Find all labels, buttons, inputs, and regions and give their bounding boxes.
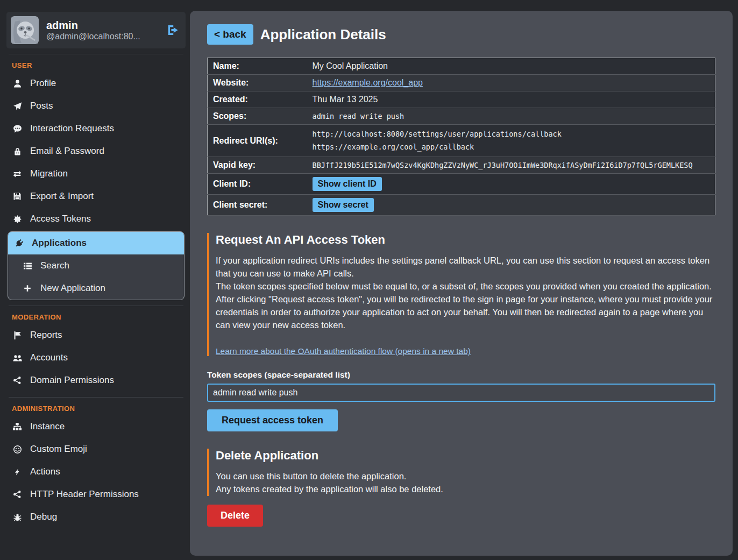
sidebar-item-label: Migration bbox=[30, 168, 68, 179]
show-secret-button[interactable]: Show secret bbox=[313, 198, 374, 212]
sidebar-item-access-tokens[interactable]: Access Tokens bbox=[6, 208, 186, 230]
sidebar-item-reports[interactable]: Reports bbox=[6, 324, 186, 346]
share-nodes-icon bbox=[12, 490, 23, 499]
application-details-table: Name: My Cool Application Website: https… bbox=[207, 58, 715, 216]
table-row: Website: https://example.org/cool_app bbox=[208, 75, 715, 91]
token-section-paragraph: The token scopes specified below must be… bbox=[216, 280, 715, 293]
smiley-icon bbox=[12, 445, 23, 454]
token-scopes-input[interactable] bbox=[207, 384, 715, 402]
delete-section-paragraph: Any tokens created by the application wi… bbox=[216, 483, 715, 496]
created-value: Thu Mar 13 2025 bbox=[307, 91, 715, 108]
sidebar-item-label: HTTP Header Permissions bbox=[30, 489, 139, 500]
row-label: Name: bbox=[208, 58, 307, 75]
row-label: Client secret: bbox=[208, 195, 307, 216]
floppy-disk-icon bbox=[12, 192, 23, 201]
applications-group: Applications Search New Application bbox=[8, 231, 184, 300]
share-nodes-icon bbox=[12, 376, 23, 385]
sitemap-icon bbox=[12, 422, 23, 431]
sidebar-item-label: Instance bbox=[30, 421, 65, 432]
sign-out-icon[interactable] bbox=[165, 23, 180, 38]
oauth-docs-link[interactable]: Learn more about the OAuth authenticatio… bbox=[216, 346, 471, 356]
redirect-uri-2: https://example.org/cool_app/callback bbox=[313, 141, 710, 154]
user-icon bbox=[12, 79, 23, 88]
sidebar: admin @admin@localhost:80... USER Profil… bbox=[0, 0, 190, 560]
page-header: < back Application Details bbox=[207, 24, 715, 45]
scopes-value: admin read write push bbox=[307, 108, 715, 125]
exchange-arrows-icon bbox=[12, 169, 23, 179]
bolt-icon bbox=[12, 467, 23, 477]
sidebar-item-email-password[interactable]: Email & Password bbox=[6, 140, 186, 162]
row-label: Created: bbox=[208, 91, 307, 108]
section-label-moderation: MODERATION bbox=[12, 313, 180, 321]
sidebar-item-label: Custom Emoji bbox=[30, 444, 87, 455]
sidebar-item-applications[interactable]: Applications bbox=[8, 232, 184, 254]
sidebar-item-profile[interactable]: Profile bbox=[6, 72, 186, 95]
divider bbox=[9, 306, 183, 306]
table-row: Name: My Cool Application bbox=[208, 58, 715, 75]
flag-icon bbox=[12, 331, 23, 340]
plus-icon bbox=[22, 284, 33, 293]
sidebar-item-label: Export & Import bbox=[30, 191, 94, 202]
delete-section-title: Delete Application bbox=[216, 449, 715, 463]
sidebar-item-custom-emoji[interactable]: Custom Emoji bbox=[6, 438, 186, 460]
row-label: Redirect URI(s): bbox=[208, 125, 307, 157]
section-label-user: USER bbox=[12, 61, 180, 69]
sidebar-item-migration[interactable]: Migration bbox=[6, 162, 186, 185]
token-scopes-label: Token scopes (space-separated list) bbox=[207, 370, 715, 380]
back-button[interactable]: < back bbox=[207, 24, 253, 45]
divider bbox=[9, 54, 183, 54]
sidebar-item-label: Debug bbox=[30, 512, 57, 522]
table-row: Scopes: admin read write push bbox=[208, 108, 715, 125]
sidebar-item-debug[interactable]: Debug bbox=[6, 506, 186, 528]
row-label: Vapid key: bbox=[208, 157, 307, 174]
sidebar-item-export-import[interactable]: Export & Import bbox=[6, 185, 186, 208]
sidebar-item-http-header-permissions[interactable]: HTTP Header Permissions bbox=[6, 483, 186, 506]
sidebar-item-label: Posts bbox=[30, 101, 53, 111]
sidebar-item-label: Profile bbox=[30, 78, 56, 89]
sidebar-item-label: New Application bbox=[40, 283, 105, 294]
sidebar-item-instance[interactable]: Instance bbox=[6, 415, 186, 438]
section-label-administration: ADMINISTRATION bbox=[12, 405, 180, 413]
page-title: Application Details bbox=[260, 26, 386, 43]
sidebar-item-new-application[interactable]: New Application bbox=[8, 277, 184, 300]
sidebar-item-label: Domain Permissions bbox=[30, 375, 114, 386]
list-icon bbox=[22, 261, 33, 271]
user-card[interactable]: admin @admin@localhost:80... bbox=[6, 12, 186, 48]
show-client-id-button[interactable]: Show client ID bbox=[313, 177, 382, 191]
lock-icon bbox=[12, 147, 23, 156]
comment-dots-icon bbox=[12, 124, 23, 133]
table-row: Redirect URI(s): http://localhost:8080/s… bbox=[208, 125, 715, 157]
sidebar-item-actions[interactable]: Actions bbox=[6, 460, 186, 483]
website-link[interactable]: https://example.org/cool_app bbox=[313, 78, 423, 87]
sidebar-item-label: Email & Password bbox=[30, 146, 104, 157]
row-label: Client ID: bbox=[208, 174, 307, 195]
sidebar-item-label: Access Tokens bbox=[30, 214, 91, 224]
bug-icon bbox=[12, 513, 23, 522]
token-section-paragraph: If your application redirect URIs includ… bbox=[216, 254, 715, 280]
delete-button[interactable]: Delete bbox=[207, 505, 263, 527]
sidebar-item-interaction-requests[interactable]: Interaction Requests bbox=[6, 117, 186, 140]
row-label: Website: bbox=[208, 75, 307, 91]
sidebar-item-label: Accounts bbox=[30, 352, 68, 363]
users-icon bbox=[12, 353, 23, 363]
content-panel: < back Application Details Name: My Cool… bbox=[190, 11, 733, 556]
table-row: Created: Thu Mar 13 2025 bbox=[208, 91, 715, 108]
paper-plane-icon bbox=[12, 102, 23, 111]
sidebar-item-applications-search[interactable]: Search bbox=[8, 254, 184, 277]
sidebar-item-domain-permissions[interactable]: Domain Permissions bbox=[6, 369, 186, 392]
token-scopes-form: Token scopes (space-separated list) Requ… bbox=[207, 370, 715, 431]
sidebar-item-label: Applications bbox=[32, 238, 87, 249]
sidebar-item-accounts[interactable]: Accounts bbox=[6, 346, 186, 369]
row-label: Scopes: bbox=[208, 108, 307, 125]
redirect-uri-1: http://localhost:8080/settings/user/appl… bbox=[313, 128, 710, 141]
sidebar-item-label: Search bbox=[40, 260, 69, 271]
plug-icon bbox=[13, 239, 24, 248]
app-name-value: My Cool Application bbox=[307, 58, 715, 75]
main-area: < back Application Details Name: My Cool… bbox=[190, 0, 738, 560]
request-access-token-button[interactable]: Request access token bbox=[207, 409, 338, 431]
sidebar-item-label: Actions bbox=[30, 466, 60, 477]
divider bbox=[9, 397, 183, 398]
token-section-title: Request An API Access Token bbox=[216, 233, 715, 247]
certificate-icon bbox=[12, 215, 23, 224]
sidebar-item-posts[interactable]: Posts bbox=[6, 95, 186, 117]
